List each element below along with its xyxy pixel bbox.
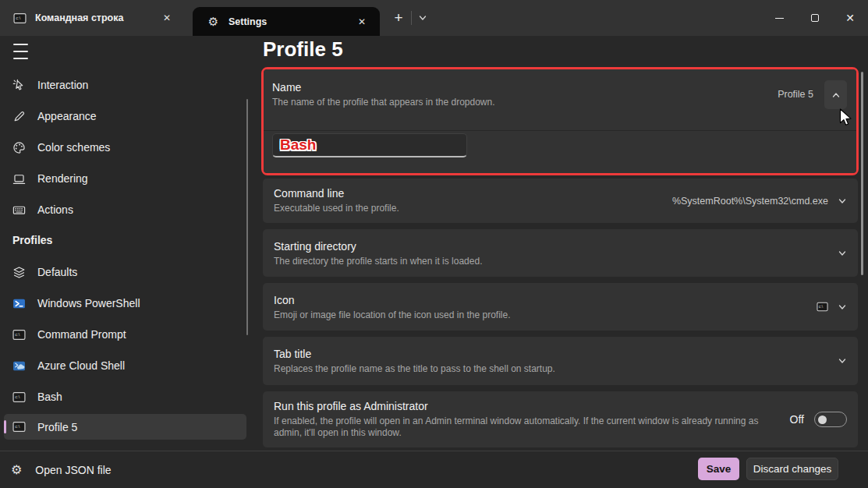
profile-name-input[interactable]: Bash [272, 133, 467, 157]
sidebar-item-actions[interactable]: Actions [0, 194, 246, 225]
sidebar-item-label: Color schemes [37, 141, 110, 154]
setting-title: Name [272, 81, 495, 94]
cmd-icon [13, 12, 27, 25]
sidebar-item-appearance[interactable]: Appearance [0, 101, 246, 132]
actions-icon [12, 203, 26, 217]
setting-value: Profile 5 [778, 80, 813, 109]
tab-label: Командная строка [35, 12, 123, 23]
tabbar-divider [411, 11, 412, 25]
cmd-icon [817, 301, 828, 313]
content-scrollbar[interactable] [861, 72, 863, 275]
setting-row-icon[interactable]: Icon Emoji or image file location of the… [263, 283, 858, 331]
hamburger-menu-button[interactable] [10, 41, 38, 62]
sidebar-item-color-schemes[interactable]: Color schemes [0, 132, 246, 163]
close-tab-icon[interactable]: ✕ [160, 11, 174, 25]
sidebar-scrollbar[interactable] [246, 99, 248, 335]
chevron-down-icon [838, 356, 847, 366]
layers-icon [12, 266, 26, 279]
sidebar-item-label: Windows PowerShell [37, 297, 140, 309]
sidebar-item-label: Command Prompt [37, 328, 126, 341]
sidebar-item-label: Actions [37, 203, 73, 216]
gear-icon: ⚙ [11, 464, 22, 476]
chevron-up-icon [831, 90, 841, 100]
chevron-down-icon [418, 13, 427, 23]
sidebar-item-windows-powershell[interactable]: Windows PowerShell [0, 288, 246, 319]
profiles-section-header: Profiles [12, 234, 52, 246]
setting-row-command-line[interactable]: Command line Executable used in the prof… [263, 179, 858, 223]
chevron-down-icon [838, 302, 847, 312]
setting-description: Emoji or image file location of the icon… [274, 309, 847, 321]
cmd-icon [12, 391, 26, 404]
setting-description: The directory the profile starts in when… [274, 256, 847, 267]
sidebar-item-label: Bash [37, 391, 62, 403]
setting-title: Run this profile as Administrator [274, 400, 847, 412]
close-window-button[interactable]: ✕ [832, 0, 868, 36]
setting-description: The name of the profile that appears in … [272, 97, 495, 108]
cmd-icon [12, 328, 26, 341]
sidebar-item-label: Interaction [37, 79, 88, 91]
title-bar: Командная строка ✕ ⚙ Settings ✕ + ✕ [0, 0, 868, 36]
save-button[interactable]: Save [698, 458, 739, 480]
setting-description: If enabled, the profile will open in an … [274, 416, 767, 439]
maximize-button[interactable] [797, 0, 833, 36]
sidebar-item-label: Azure Cloud Shell [37, 359, 125, 372]
footer-bar: ⚙ Open JSON file Save Discard changes [0, 451, 868, 488]
setting-description: Replaces the profile name as the title t… [274, 363, 847, 375]
setting-value: %SystemRoot%\System32\cmd.exe [672, 196, 828, 207]
chevron-down-icon [838, 249, 847, 258]
sidebar-item-label: Rendering [37, 172, 88, 185]
page-title: Profile 5 [263, 37, 343, 62]
minimize-button[interactable] [761, 0, 797, 36]
sidebar-item-label: Profile 5 [37, 421, 77, 433]
cmd-icon [12, 420, 26, 433]
discard-changes-button[interactable]: Discard changes [746, 458, 838, 480]
selection-accent-bar [4, 420, 6, 433]
setting-row-tab-title[interactable]: Tab title Replaces the profile name as t… [263, 337, 858, 385]
terminal-settings-window: Командная строка ✕ ⚙ Settings ✕ + ✕ Inte… [0, 0, 868, 488]
toggle-knob [818, 416, 827, 424]
tab-dropdown-button[interactable] [414, 9, 431, 27]
azure-icon [12, 359, 26, 373]
tab-settings[interactable]: ⚙ Settings ✕ [193, 7, 380, 36]
annotation-highlight-box: Name The name of the profile that appear… [261, 67, 859, 175]
setting-row-name[interactable]: Name The name of the profile that appear… [264, 69, 856, 173]
new-tab-button[interactable]: + [388, 7, 409, 29]
powershell-icon [12, 297, 26, 310]
sidebar-item-label: Appearance [37, 110, 97, 122]
toggle-state-label: Off [790, 413, 804, 426]
setting-row-run-as-admin[interactable]: Run this profile as Administrator If ena… [263, 391, 858, 447]
sidebar-item-defaults[interactable]: Defaults [0, 256, 246, 288]
open-json-button[interactable]: ⚙ Open JSON file [11, 451, 112, 488]
collapse-expander-button[interactable] [824, 80, 847, 109]
rendering-icon [12, 172, 26, 186]
sidebar-item-command-prompt[interactable]: Command Prompt [0, 319, 246, 350]
palette-icon [12, 141, 26, 154]
tab-label: Settings [229, 16, 267, 27]
sidebar-item-rendering[interactable]: Rendering [0, 163, 246, 194]
setting-title: Icon [274, 294, 847, 306]
sidebar-item-profile-5[interactable]: Profile 5 [4, 414, 246, 440]
appearance-icon [12, 110, 26, 123]
admin-toggle-switch[interactable] [814, 412, 847, 427]
tab-command-prompt[interactable]: Командная строка ✕ [0, 0, 185, 36]
chevron-down-icon [838, 196, 847, 206]
setting-title: Tab title [274, 348, 847, 360]
interaction-icon [12, 79, 26, 92]
setting-row-starting-directory[interactable]: Starting directory The directory the pro… [263, 229, 858, 277]
setting-title: Starting directory [274, 240, 847, 253]
sidebar-item-label: Defaults [37, 266, 77, 278]
sidebar-item-bash[interactable]: Bash [0, 381, 246, 412]
sidebar-item-interaction[interactable]: Interaction [0, 69, 246, 101]
sidebar-item-azure-cloud-shell[interactable]: Azure Cloud Shell [0, 350, 246, 381]
close-tab-icon[interactable]: ✕ [355, 15, 369, 29]
mouse-cursor [839, 108, 852, 127]
gear-icon: ⚙ [207, 15, 220, 28]
divider [264, 130, 856, 131]
open-json-label: Open JSON file [35, 464, 111, 476]
